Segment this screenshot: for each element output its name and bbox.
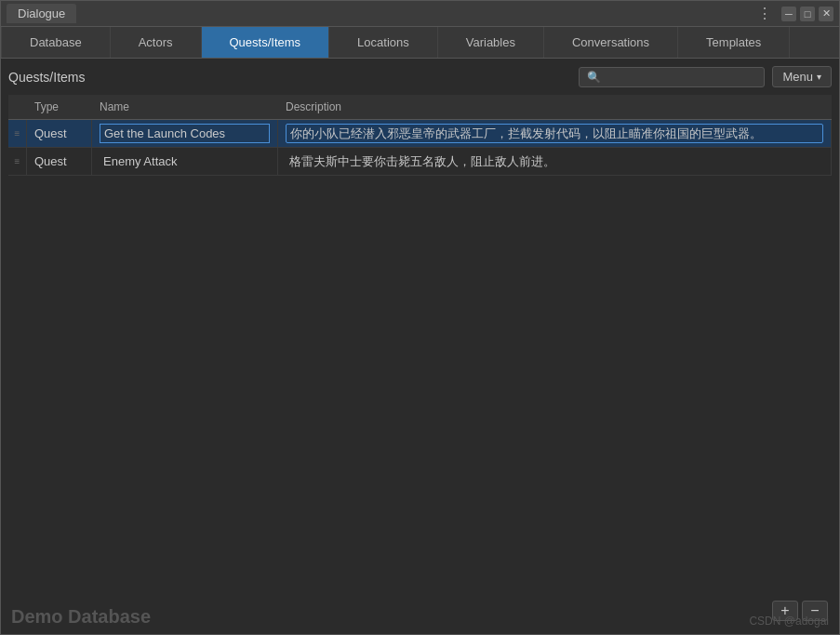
main-window: Dialogue ⋮ ─ □ ✕ Database Actors Quests/… — [0, 0, 840, 635]
row-type-2: Quest — [27, 148, 92, 175]
window-title: Dialogue — [7, 4, 76, 23]
table-container: Type Name Description ≡ Quest — [8, 95, 832, 595]
section-title: Quests/Items — [8, 70, 571, 85]
search-input[interactable] — [579, 67, 765, 87]
minimize-button[interactable]: ─ — [781, 7, 796, 21]
row-name-1[interactable] — [92, 120, 278, 147]
title-bar-left: Dialogue — [7, 4, 76, 23]
close-button[interactable]: ✕ — [819, 7, 833, 21]
header-description: Description — [278, 99, 832, 115]
tab-variables[interactable]: Variables — [438, 27, 544, 58]
header-icon — [8, 99, 27, 115]
toolbar: Quests/Items Menu ▾ — [8, 66, 832, 87]
row-name-input-2[interactable] — [100, 152, 270, 170]
row-desc-2[interactable] — [278, 148, 832, 175]
footer-title: Demo Database — [11, 606, 151, 628]
content-area: Quests/Items Menu ▾ Type Name Descriptio… — [1, 59, 839, 634]
table-row[interactable]: ≡ Quest — [8, 120, 832, 148]
tab-locations[interactable]: Locations — [329, 27, 438, 58]
header-name: Name — [92, 99, 278, 115]
row-desc-input-2[interactable] — [286, 152, 823, 170]
row-drag-icon: ≡ — [8, 120, 27, 147]
table-header: Type Name Description — [8, 95, 832, 120]
row-desc-input-1[interactable] — [286, 124, 823, 143]
tab-actors[interactable]: Actors — [111, 27, 202, 58]
title-bar: Dialogue ⋮ ─ □ ✕ — [1, 1, 839, 27]
tabs-bar: Database Actors Quests/Items Locations V… — [1, 27, 839, 59]
tab-conversations[interactable]: Conversations — [544, 27, 678, 58]
chevron-down-icon: ▾ — [817, 72, 821, 82]
table-row[interactable]: ≡ Quest — [8, 148, 832, 176]
row-name-2[interactable] — [92, 148, 278, 175]
row-drag-icon-2: ≡ — [8, 148, 27, 175]
title-bar-controls: ⋮ ─ □ ✕ — [753, 5, 833, 22]
maximize-button[interactable]: □ — [800, 7, 815, 21]
tab-database[interactable]: Database — [1, 27, 111, 58]
options-button[interactable]: ⋮ — [753, 5, 778, 22]
menu-button[interactable]: Menu ▾ — [772, 66, 832, 87]
tab-quests-items[interactable]: Quests/Items — [202, 27, 330, 58]
row-desc-1[interactable] — [278, 120, 832, 147]
row-name-input-1[interactable] — [100, 124, 270, 143]
row-type-1: Quest — [27, 120, 92, 147]
tab-templates[interactable]: Templates — [678, 27, 790, 58]
header-type: Type — [27, 99, 92, 115]
footer-attribution: CSDN @adogai — [749, 615, 829, 628]
